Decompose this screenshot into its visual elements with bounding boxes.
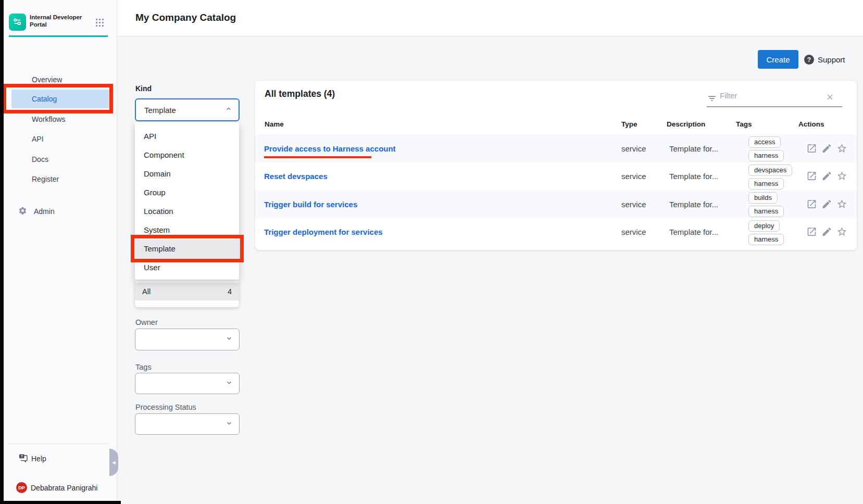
row-description: Template for... <box>669 199 718 208</box>
chevron-down-icon <box>226 379 233 388</box>
kind-option-domain[interactable]: Domain <box>135 165 239 183</box>
clear-filter-icon[interactable] <box>826 93 834 103</box>
chevron-up-icon <box>225 105 232 115</box>
template-link[interactable]: Provide access to Harness account <box>264 144 396 153</box>
column-header-type[interactable]: Type <box>621 120 637 128</box>
edit-icon[interactable] <box>821 226 832 237</box>
kind-option-user[interactable]: User <box>135 258 239 277</box>
sidebar: Internal Developer Portal Search Overvie… <box>4 0 117 504</box>
sidebar-item-docs[interactable]: Docs <box>32 155 48 163</box>
scope-filter-all[interactable]: All 4 <box>135 283 239 300</box>
sidebar-item-overview[interactable]: Overview <box>32 75 62 84</box>
tag-badge: harness <box>748 150 784 161</box>
open-in-new-icon[interactable] <box>806 171 817 182</box>
question-icon: ? <box>804 55 814 65</box>
kind-select[interactable]: Template <box>135 98 240 121</box>
tags-filter-label: Tags <box>135 363 152 371</box>
collapse-arrow-icon: ◀ <box>112 460 115 465</box>
scope-filter-all-count: 4 <box>228 287 232 296</box>
processing-status-label: Processing Status <box>135 403 196 411</box>
sidebar-item-catalog-label[interactable]: Catalog <box>32 95 57 103</box>
table-row: Reset devspaces service Template for... … <box>255 162 857 191</box>
chevron-down-icon <box>226 420 233 429</box>
tag-badge: builds <box>748 192 778 204</box>
row-type: service <box>621 228 646 236</box>
processing-status-select[interactable] <box>135 413 240 435</box>
row-description: Template for... <box>669 228 718 236</box>
user-avatar[interactable]: DP <box>16 482 27 493</box>
tags-select[interactable] <box>135 373 240 394</box>
filter-icon <box>707 94 717 105</box>
table-filter-input[interactable] <box>720 91 814 100</box>
template-link[interactable]: Trigger build for services <box>264 199 357 208</box>
user-name[interactable]: Debabrata Panigrahi <box>31 484 97 492</box>
star-icon[interactable] <box>836 226 847 237</box>
table-title: All templates (4) <box>265 89 335 99</box>
tag-badge: harness <box>748 234 784 245</box>
sidebar-item-help[interactable]: Help <box>31 455 46 463</box>
edit-icon[interactable] <box>821 143 832 154</box>
svg-text:?: ? <box>21 455 23 458</box>
row-type: service <box>621 199 646 208</box>
row-type: service <box>621 172 646 181</box>
tag-badge: harness <box>748 206 784 217</box>
table-row: Trigger build for services service Templ… <box>255 190 857 218</box>
row-description: Template for... <box>669 172 718 181</box>
owner-label: Owner <box>135 318 158 326</box>
row-description: Template for... <box>669 144 718 153</box>
column-header-description[interactable]: Description <box>667 120 705 128</box>
sidebar-item-admin[interactable]: Admin <box>34 207 55 216</box>
create-button[interactable]: Create <box>758 50 798 69</box>
app-title: Internal Developer Portal <box>30 14 93 28</box>
open-in-new-icon[interactable] <box>806 143 817 154</box>
kind-option-template[interactable]: Template <box>135 240 239 258</box>
templates-table-card: All templates (4) Name Type Description … <box>255 81 857 250</box>
help-icon: ? <box>18 453 28 465</box>
scope-filter-all-label: All <box>142 287 151 296</box>
window-edge-left <box>0 0 4 504</box>
column-header-tags[interactable]: Tags <box>736 120 752 128</box>
template-link[interactable]: Reset devspaces <box>264 172 328 181</box>
sidebar-collapse-handle[interactable]: ◀ <box>109 449 118 476</box>
sidebar-item-workflows[interactable]: Workflows <box>32 115 65 123</box>
kind-option-group[interactable]: Group <box>135 183 239 202</box>
edit-icon[interactable] <box>821 171 832 182</box>
kind-label: Kind <box>135 84 152 93</box>
kind-option-system[interactable]: System <box>135 221 239 240</box>
template-link[interactable]: Trigger deployment for services <box>264 228 383 236</box>
app-logo-icon <box>9 14 26 31</box>
column-header-name[interactable]: Name <box>265 120 284 128</box>
row-type: service <box>621 144 646 153</box>
app-switcher-grid-icon[interactable] <box>95 18 104 29</box>
column-header-actions[interactable]: Actions <box>798 120 824 128</box>
star-icon[interactable] <box>836 171 847 182</box>
sidebar-divider-bottom <box>9 444 108 444</box>
star-icon[interactable] <box>836 143 847 154</box>
kind-option-location[interactable]: Location <box>135 202 239 221</box>
scope-filter-card: All 4 <box>135 280 239 307</box>
chevron-down-icon <box>226 335 233 344</box>
open-in-new-icon[interactable] <box>806 226 817 237</box>
kind-option-api[interactable]: API <box>135 127 239 146</box>
tag-badge: deploy <box>748 220 780 232</box>
filter-underline <box>707 106 842 107</box>
sidebar-item-api[interactable]: API <box>32 135 44 143</box>
page-title: My Company Catalog <box>135 12 236 23</box>
sidebar-item-search[interactable]: Search <box>4 48 117 64</box>
tag-badge: harness <box>748 178 784 190</box>
sidebar-item-catalog[interactable] <box>11 90 112 108</box>
edit-icon[interactable] <box>821 198 832 209</box>
open-in-new-icon[interactable] <box>806 198 817 209</box>
kind-option-component[interactable]: Component <box>135 146 239 165</box>
star-icon[interactable] <box>836 198 847 209</box>
annotation-underline-name <box>264 156 371 158</box>
tag-badge: devspaces <box>748 165 792 176</box>
sidebar-item-register[interactable]: Register <box>32 175 59 183</box>
kind-select-value: Template <box>144 106 225 115</box>
kind-dropdown-menu: API Component Domain Group Location Syst… <box>135 122 239 280</box>
table-row: Trigger deployment for services service … <box>255 218 857 246</box>
gear-icon <box>18 206 27 217</box>
owner-select[interactable] <box>135 329 240 350</box>
support-link[interactable]: Support <box>818 55 845 64</box>
sidebar-divider-top <box>9 35 108 37</box>
